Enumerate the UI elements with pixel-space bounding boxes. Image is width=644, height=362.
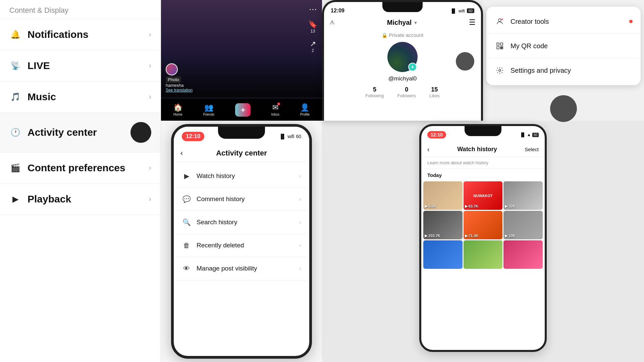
- svg-rect-6: [500, 48, 501, 49]
- watch-chevron: ›: [300, 173, 301, 179]
- music-label: Music: [28, 91, 56, 103]
- back-button[interactable]: ‹: [180, 149, 183, 158]
- settings-privacy-label: Settings and privacy: [511, 67, 633, 74]
- deleted-icon: 🗑: [182, 241, 191, 250]
- creator-icon: [494, 16, 505, 27]
- settings-item-activity[interactable]: 🕐 Activity center: [0, 113, 161, 153]
- phone-notch: [218, 127, 265, 139]
- profile-area: 12:09 ▐▌ wifi 60 ᗑ Michyal ▾ ☰: [322, 0, 483, 121]
- bookmark-action[interactable]: 🔖 13: [308, 20, 317, 34]
- svg-rect-7: [502, 48, 503, 49]
- menu-card: Creator tools: [486, 7, 641, 85]
- watch-thumb-8[interactable]: [464, 240, 503, 269]
- visibility-label: Manage post visibility: [197, 265, 257, 272]
- feed-actions: ⋯ 🔖 13 ↗ 2: [308, 5, 317, 53]
- profile-top-bar: ᗑ Michyal ▾ ☰: [324, 17, 481, 29]
- feed-avatar: [166, 63, 178, 75]
- thumb-count-4: ▶ 203.7K: [425, 234, 440, 238]
- watch-thumb-3[interactable]: ▶ 32K: [503, 181, 543, 210]
- settings-item-left: ▶ Playback: [9, 193, 71, 205]
- activity-label: Activity center: [28, 127, 97, 138]
- menu-drag-indicator: [550, 95, 577, 122]
- settings-panel: Content & Display 🔔 Notifications › 📡 LI…: [0, 0, 161, 362]
- thumb-count-6: ▶ 10K: [505, 234, 515, 238]
- playback-chevron: ›: [149, 195, 151, 203]
- settings-section-header: Content & Display: [0, 0, 161, 19]
- visibility-chevron: ›: [300, 265, 301, 272]
- menu-item-settings[interactable]: Settings and privacy: [486, 58, 641, 82]
- watch-grid: ▶ 6.5K NUWAKOT ▶ 63.7K ▶ 32K ▶ 203.7K ▶ …: [421, 180, 545, 270]
- nav-friends[interactable]: 👥 Friends: [203, 103, 214, 116]
- activity-item-deleted[interactable]: 🗑 Recently deleted ›: [174, 234, 309, 257]
- activity-item-watch[interactable]: ▶ Watch history ›: [174, 165, 309, 188]
- watch-thumb-6[interactable]: ▶ 10K: [503, 211, 543, 239]
- settings-item-content-prefs[interactable]: 🎬 Content preferences ›: [0, 153, 161, 184]
- nav-plus[interactable]: ＋: [235, 103, 251, 117]
- profile-stat-likes: 15 Likes: [429, 86, 439, 98]
- share-action[interactable]: ↗ 2: [310, 40, 316, 53]
- watch-icon: ▶: [182, 171, 191, 181]
- watch-header: ‹ Watch history Select: [421, 141, 545, 157]
- watch-thumb-2[interactable]: NUWAKOT ▶ 63.7K: [464, 181, 503, 210]
- settings-item-playback[interactable]: ▶ Playback ›: [0, 184, 161, 215]
- live-label: LIVE: [28, 60, 50, 71]
- menu-item-creator[interactable]: Creator tools: [486, 9, 641, 34]
- profile-menu-icon[interactable]: ☰: [469, 18, 476, 27]
- profile-phone-frame: 12:09 ▐▌ wifi 60 ᗑ Michyal ▾ ☰: [322, 0, 483, 121]
- profile-drag-indicator: [456, 52, 474, 71]
- watch-select-button[interactable]: Select: [525, 146, 539, 152]
- photo-badge: Photo: [166, 76, 181, 83]
- profile-handle: @michyal0: [388, 75, 417, 82]
- profile-name-row: Michyal ▾: [387, 19, 417, 26]
- watch-thumb-7[interactable]: [423, 240, 463, 269]
- thumb-count-1: ▶ 6.5K: [425, 204, 436, 208]
- watch-thumb-1[interactable]: ▶ 6.5K: [423, 181, 463, 210]
- menu-item-qr[interactable]: My QR code: [486, 34, 641, 58]
- feed-username: hamesha: [166, 83, 317, 88]
- see-translation[interactable]: See translation: [166, 88, 317, 93]
- live-chevron: ›: [149, 61, 151, 70]
- activity-item-comment[interactable]: 💬 Comment history ›: [174, 188, 309, 211]
- svg-point-8: [499, 69, 501, 71]
- nav-inbox[interactable]: ✉ Inbox: [271, 103, 279, 116]
- watch-history-phone: 12:10 ▐▌ ▲ 60 ‹ Watch history Select Lea…: [419, 124, 547, 352]
- watch-time: 12:10: [427, 131, 446, 138]
- settings-item-notifications[interactable]: 🔔 Notifications ›: [0, 19, 161, 50]
- settings-item-left: 🎵 Music: [9, 91, 56, 103]
- activity-item-left: ▶ Watch history: [182, 171, 235, 181]
- likes-label: Likes: [429, 93, 439, 98]
- activity-title: Activity center: [216, 149, 267, 158]
- activity-item-visibility[interactable]: 👁 Manage post visibility ›: [174, 257, 309, 280]
- activity-icon: 🕐: [9, 126, 21, 138]
- content-prefs-label: Content preferences: [28, 162, 125, 174]
- content-prefs-chevron: ›: [149, 164, 151, 172]
- comment-label: Comment history: [197, 195, 245, 203]
- music-chevron: ›: [149, 93, 151, 101]
- notification-dot: [629, 20, 633, 23]
- settings-item-left: 🕐 Activity center: [9, 126, 97, 138]
- more-action[interactable]: ⋯: [309, 5, 317, 14]
- settings-item-live[interactable]: 📡 LIVE ›: [0, 50, 161, 81]
- activity-item-search[interactable]: 🔍 Search history ›: [174, 211, 309, 234]
- watch-thumb-5[interactable]: ▶ 71.3K: [464, 211, 503, 239]
- right-section: 12:09 ▐▌ wifi 60 ᗑ Michyal ▾ ☰: [322, 0, 644, 362]
- profile-dropdown-icon[interactable]: ▾: [414, 19, 417, 26]
- settings-icon: [494, 65, 505, 76]
- watch-back-button[interactable]: ‹: [427, 145, 430, 153]
- watch-thumb-9[interactable]: [503, 240, 543, 269]
- watch-notch: [465, 126, 501, 136]
- profile-signal: ▐▌: [450, 8, 457, 13]
- watch-battery: 60: [532, 133, 539, 137]
- inbox-badge: [277, 103, 280, 105]
- activity-content: ‹ Activity center ▶ Watch history › 💬: [174, 143, 309, 356]
- activity-center-section: 12:10 ▐▌ wifi 60 ‹ Activity center ▶ Wa: [161, 121, 322, 362]
- playback-label: Playback: [28, 193, 71, 205]
- settings-item-music[interactable]: 🎵 Music ›: [0, 81, 161, 113]
- watch-thumb-4[interactable]: ▶ 203.7K: [423, 211, 463, 239]
- nav-profile[interactable]: 👤 Profile: [300, 103, 310, 116]
- nav-home[interactable]: 🏠 Home: [173, 103, 182, 116]
- menu-area: Creator tools: [483, 0, 644, 121]
- thumb-count-2: ▶ 63.7K: [465, 204, 478, 208]
- watch-subtitle[interactable]: Learn more about watch history: [421, 157, 545, 169]
- profile-add-button[interactable]: +: [408, 63, 417, 71]
